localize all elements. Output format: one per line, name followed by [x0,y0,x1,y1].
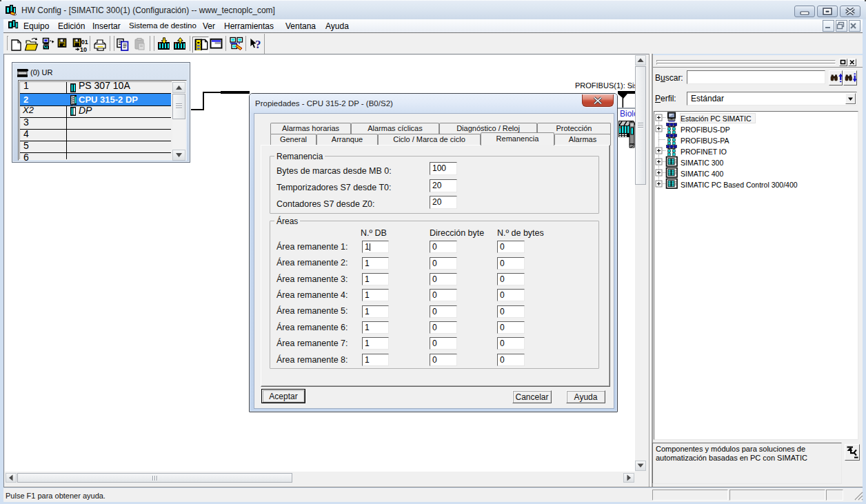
svg-text:?: ? [255,38,261,51]
svg-text:10: 10 [80,46,87,53]
svg-text:01: 01 [81,39,88,46]
